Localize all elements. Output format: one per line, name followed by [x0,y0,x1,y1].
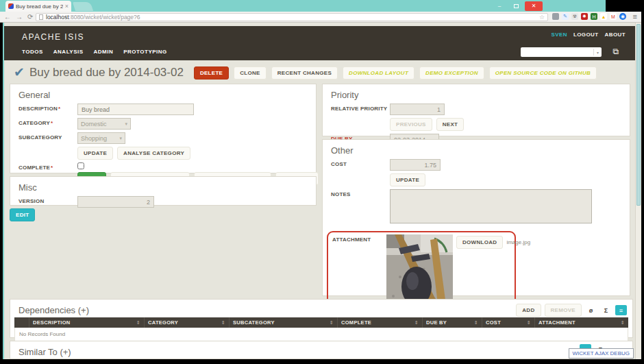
similar-to-heading: Similar To (+) [10,341,632,359]
column-header[interactable]: ATTACHMENT⇕ [535,317,628,328]
previous-button: PREVIOUS [390,118,432,131]
tab-close-icon[interactable]: × [65,3,69,10]
window-close-button[interactable]: ✕ [525,1,543,11]
extension-icon[interactable]: ☢ [571,13,578,20]
update-button[interactable]: UPDATE [77,147,113,160]
add-button[interactable]: ADD [516,304,541,317]
dependencies-panel: Dependencies (+) ADD REMOVE ø Σ ≡ DESCRI… [10,299,633,338]
wicket-ajax-debug-link[interactable]: WICKET AJAX DEBUG [569,348,634,359]
next-button[interactable]: NEXT [436,118,465,131]
recent-changes-button[interactable]: RECENT CHANGES [271,66,338,80]
user-link[interactable]: SVEN [552,32,567,38]
page-icon [39,14,43,20]
chevron-down-icon: ▾ [119,136,122,141]
remove-button: REMOVE [545,304,582,317]
chevron-down-icon[interactable]: ▾ [593,49,602,56]
column-header[interactable]: CATEGORY⇕ [145,317,230,328]
general-panel: General DESCRIPTION* CATEGORY* Domestic▾… [10,84,317,173]
sort-icon: ⇕ [330,320,334,326]
header-search-select[interactable]: ▾ [521,47,602,57]
column-header[interactable]: COST⇕ [482,317,535,328]
nav-item-admin[interactable]: ADMIN [94,49,114,55]
list-view-icon[interactable]: ≡ [615,305,627,315]
extension-icon[interactable]: ✎ [562,13,569,20]
sort-icon: ⇕ [221,320,225,326]
category-select[interactable]: Domestic▾ [77,118,131,130]
chevron-down-icon: ▾ [125,121,127,127]
edit-button[interactable]: EDIT [10,208,35,221]
general-heading: General [10,84,316,104]
extension-icon[interactable] [552,13,559,20]
subcategory-select[interactable]: Shopping▾ [77,132,125,144]
window-bottom-edge [0,359,644,364]
browser-menu-icon[interactable]: ≡ [633,12,637,21]
notes-textarea [390,189,592,223]
tab-title: Buy bread due by 20 [16,3,63,10]
attachment-filename: image.jpg [506,236,530,245]
subcategory-label: SUBCATEGORY [18,132,77,160]
description-input[interactable] [77,104,194,115]
open-source-button[interactable]: OPEN SOURCE CODE ON GITHUB [489,66,597,80]
relative-priority-label: RELATIVE PRIORITY [331,104,390,131]
extension-icon[interactable]: ◉ [619,13,626,20]
maximize-icon [514,4,519,8]
column-header[interactable]: DUE BY⇕ [423,317,482,328]
forward-icon[interactable]: → [16,13,23,21]
reload-icon[interactable]: ⟳ [27,13,33,21]
required-marker: * [51,120,53,126]
address-bar[interactable]: localhost :8080/wicket/wicket/page?6 ☆ [36,13,548,21]
category-label: CATEGORY [18,120,50,126]
nav-item-prototyping[interactable]: PROTOTYPING [123,49,167,55]
bookmark-star-icon[interactable]: ☆ [539,14,545,21]
subcategory-value: Shopping [81,135,107,142]
extension-icon[interactable]: H [591,13,597,20]
version-input [77,196,154,208]
download-layout-button[interactable]: DOWNLOAD LAYOUT [343,66,414,80]
browser-toolbar: ← → ⟳ ⌂ localhost :8080/wicket/wicket/pa… [0,12,641,23]
url-domain: localhost [46,14,69,21]
relative-priority-input [390,104,445,115]
summary-sigma-icon[interactable]: Σ [600,305,612,315]
misc-heading: Misc [10,177,316,196]
priority-heading: Priority [323,84,630,104]
scrollbar-thumb[interactable] [636,24,641,206]
demo-exception-button[interactable]: DEMO EXCEPTION [419,66,484,80]
copy-bookmark-icon[interactable]: ⧉ [612,47,619,56]
sort-icon: ⇕ [527,320,531,326]
download-button[interactable]: DOWNLOAD [456,236,503,249]
logout-link[interactable]: LOGOUT [573,32,599,38]
empty-table-message: No Records Found [14,328,628,341]
complete-label: COMPLETE [18,165,50,171]
required-marker: * [58,106,60,112]
window-maximize-button[interactable] [508,1,523,11]
nav-item-analysis[interactable]: ANALYSIS [53,49,84,55]
column-header[interactable]: SUBCATEGORY⇕ [230,317,338,328]
column-header[interactable]: DESCRIPTION⇕ [29,317,145,328]
column-header[interactable]: COMPLETE⇕ [338,317,423,328]
window-minimize-button[interactable]: – [492,1,507,11]
notes-label: NOTES [331,189,390,223]
sort-icon: ⇕ [414,320,419,326]
page-title: Buy bread due by 2014-03-02 [29,66,184,80]
delete-button[interactable]: DELETE [194,66,229,80]
browser-tab[interactable]: Buy bread due by 20 × [5,1,71,12]
analyse-category-button[interactable]: ANALYSE CATEGORY [117,147,190,160]
page-scrollbar[interactable] [635,23,641,359]
back-icon[interactable]: ← [4,13,11,21]
extension-icon[interactable]: M [610,13,617,20]
description-label: DESCRIPTION [18,106,58,112]
other-panel: Other COST UPDATE NOTES ATTACHMENT [322,139,630,296]
extension-icon[interactable]: ✹ [581,13,588,20]
extension-icon[interactable]: ▲ [600,13,607,20]
about-link[interactable]: ABOUT [605,32,626,38]
hide-columns-icon[interactable]: ø [585,305,597,315]
todo-check-icon: ✔ [14,66,25,80]
page: APACHE ISIS TODOS ANALYSIS ADMIN PROTOTY… [3,23,635,359]
required-marker: * [51,165,53,171]
update-cost-button[interactable]: UPDATE [390,173,425,186]
clone-button[interactable]: CLONE [234,66,267,80]
select-column-header [14,317,29,328]
new-tab-button[interactable] [73,2,93,11]
complete-checkbox[interactable] [77,162,84,169]
nav-item-todos[interactable]: TODOS [22,49,43,55]
